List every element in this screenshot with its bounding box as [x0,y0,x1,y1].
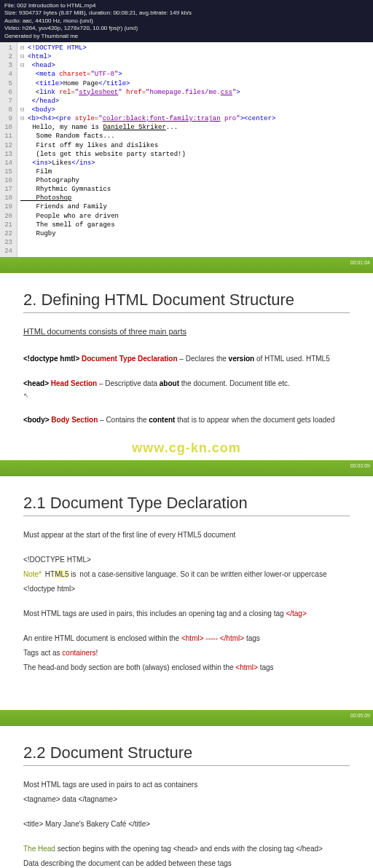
slide-structure: 2. Defining HTML Document Structure HTML… [0,273,373,462]
slide-text: The head-and body section are both (alwa… [23,662,350,674]
slide-text: <!doctype html> [23,583,350,595]
slide-subtitle: HTML documents consists of three main pa… [23,327,186,336]
media-generated: Generated by Thumbnail me [4,33,369,40]
timestamp: 00:05:09 [350,713,370,718]
code-body: ⊟<!DOCTYPE HTML> ⊟<html> ⊟ <head> <meta … [17,42,373,257]
slide-text: Most HTML tags are used in pairs to act … [23,779,350,791]
slide-text: Tags act as containers! [23,647,350,659]
timestamp: 00:01:04 [350,260,370,265]
slide-row: <!doctype hmtl> Document Type Declaratio… [23,353,350,365]
slide-text: <title> Mary Jane's Bakery Café </title> [23,818,350,830]
timestamp: 00:03:09 [350,463,370,468]
slide-text: Most HTML tags are used in pairs, this i… [23,608,350,620]
code-editor: 1 2 3 4 5 6 7 8 9 10 11 12 13 14 15 16 1… [0,42,373,257]
cursor-icon: ↖ [23,392,29,399]
slide-title: 2.1 Document Type Declaration [23,494,350,516]
slide-text: Note* HTML5 is not a case-sensitive lang… [23,569,350,580]
slide-text: An entire HTML document is enclosed with… [23,633,350,644]
slide-text: <tagname> data </tagname> [23,794,350,805]
separator-band: 00:03:09 [0,460,373,476]
line-gutter: 1 2 3 4 5 6 7 8 9 10 11 12 13 14 15 16 1… [0,42,17,257]
media-size: Size: 9304737 bytes (8.87 MiB), duration… [4,9,369,17]
media-info-panel: File: 002 Introduction to HTML.mp4 Size:… [0,0,373,42]
watermark: www.cg-kn.com [0,441,373,456]
slide-row: <body> Body Section – Contains the conte… [23,414,350,426]
separator-band: 00:05:09 [0,710,373,726]
media-audio: Audio: aac, 44100 Hz, mono (und) [4,17,369,25]
slide-title: 2. Defining HTML Document Structure [23,291,350,313]
slide-text: The Head section begins with the opening… [23,843,350,855]
slide-docstruct: 2.2 Document Structure Most HTML tags ar… [0,726,373,868]
slide-text: <!DOCTYPE HTML> [23,554,350,566]
slide-text: Data describing the document can be adde… [23,858,350,868]
separator-band: 00:01:04 [0,257,373,273]
slide-title: 2.2 Document Structure [23,743,350,766]
slide-text: Must appear at the start of the first li… [23,529,350,541]
slide-row: <head> Head Section – Descriptive data a… [23,378,350,401]
media-file: File: 002 Introduction to HTML.mp4 [4,2,369,9]
media-video: Video: h264, yuv420p, 1278x720, 10.00 fp… [4,25,369,32]
slide-doctype: 2.1 Document Type Declaration Must appea… [0,476,373,710]
